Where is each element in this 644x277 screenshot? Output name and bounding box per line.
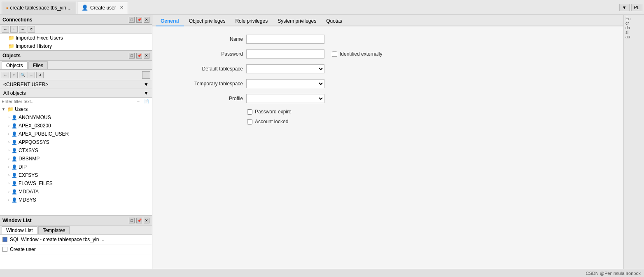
mddata-item[interactable]: › 👤 MDDATA	[0, 188, 152, 196]
tab-dropdown-button[interactable]: ▼	[619, 4, 630, 11]
password-expire-checkbox[interactable]	[247, 109, 252, 115]
wl-pin-btn[interactable]: 📌	[136, 218, 142, 223]
mddata-label: MDDATA	[19, 189, 39, 195]
dbsnmp-item[interactable]: › 👤 DBSNMP	[0, 155, 152, 163]
create-user-tab[interactable]: 👤 Create user ✕	[77, 2, 128, 14]
hint-line-5: au	[625, 35, 642, 39]
objects-toolbar: ← + 🔍 → ↺	[0, 70, 152, 80]
user-icon-dbs: 👤	[12, 156, 17, 162]
content-tabs: General Object privileges Role privilege…	[152, 15, 623, 26]
appqossys-label: APPQOSSYS	[19, 139, 49, 145]
filter-options-btn[interactable]: ···	[136, 99, 142, 104]
objects-close-btn[interactable]: ✕	[144, 53, 149, 59]
dip-item[interactable]: › 👤 DIP	[0, 163, 152, 171]
password-input[interactable]	[246, 49, 324, 59]
tab-general[interactable]: General	[156, 16, 184, 26]
connections-panel: Connections □ 📌 ✕ ← + – ↺ 📁 Imported Fix…	[0, 15, 152, 51]
apex-public-user-item[interactable]: › 👤 APEX_PUBLIC_USER	[0, 130, 152, 138]
user-icon-mdd: 👤	[12, 189, 17, 195]
tab-window-list[interactable]: Window List	[2, 226, 37, 234]
expand-arrow-apex: ›	[8, 124, 9, 128]
temporary-tablespace-label: Temporary tablespace	[169, 81, 243, 87]
imported-fixed-users-label: Imported Fixed Users	[16, 35, 63, 41]
obj-search-btn[interactable]: 🔍	[19, 72, 26, 78]
users-folder-item[interactable]: ▼ 📁 Users	[0, 105, 152, 113]
filter-clear-btn[interactable]: 📄	[143, 99, 150, 104]
identified-externally-checkbox[interactable]	[332, 52, 337, 57]
tab-system-privileges[interactable]: System privileges	[273, 16, 321, 26]
user-icon-anon: 👤	[12, 115, 17, 120]
bottom-bar-text: CSDN @Peninsula Ironbox	[586, 271, 641, 276]
left-panel: Connections □ 📌 ✕ ← + – ↺ 📁 Imported Fix…	[0, 15, 152, 269]
tab-object-privileges[interactable]: Object privileges	[184, 16, 231, 26]
wl-close-btn[interactable]: ✕	[144, 218, 149, 223]
tab-role-privileges[interactable]: Role privileges	[230, 16, 273, 26]
account-locked-checkbox[interactable]	[247, 119, 252, 124]
wl-sql-window-item[interactable]: SQL Window - create tablespace tbs_yin .…	[0, 235, 152, 244]
appqossys-item[interactable]: › 👤 APPQOSSYS	[0, 138, 152, 146]
objects-header: Objects □ 📌 ✕	[0, 51, 152, 61]
window-list-panel: Window List □ 📌 ✕ Window List Templates …	[0, 215, 152, 269]
mdsys-label: MDSYS	[19, 197, 36, 203]
ctxsys-label: CTXSYS	[19, 148, 38, 153]
sql-tab-icon: ▪	[6, 5, 8, 11]
current-user-bar[interactable]: <CURRENT USER> ▼	[0, 80, 152, 89]
connections-pin-btn[interactable]: 📌	[136, 17, 142, 23]
profile-select[interactable]	[246, 94, 324, 103]
exfsys-item[interactable]: › 👤 EXFSYS	[0, 171, 152, 179]
apex030200-item[interactable]: › 👤 APEX_030200	[0, 122, 152, 130]
anonymous-label: ANONYMOUS	[19, 115, 51, 120]
all-objects-chevron: ▼	[144, 90, 149, 96]
hint-line-2: cr	[625, 21, 642, 26]
default-tablespace-row: Default tablespace	[169, 64, 607, 73]
tab-templates[interactable]: Templates	[38, 226, 70, 234]
expand-arrow-anon: ›	[8, 115, 9, 120]
tab-quotas[interactable]: Quotas	[321, 16, 347, 26]
pl-button[interactable]: PL	[631, 4, 642, 11]
imported-history-item[interactable]: 📁 Imported History	[0, 42, 152, 50]
hint-line-4: si	[625, 30, 642, 35]
imported-fixed-users-item[interactable]: 📁 Imported Fixed Users	[0, 34, 152, 42]
obj-view-btn[interactable]	[142, 71, 150, 79]
current-user-label: <CURRENT USER>	[3, 82, 48, 87]
obj-add-btn[interactable]: +	[10, 72, 18, 78]
obj-nav-btn[interactable]: →	[28, 72, 35, 78]
mdsys-item[interactable]: › 👤 MDSYS	[0, 196, 152, 204]
connections-close-btn[interactable]: ✕	[144, 17, 149, 23]
conn-minus-btn[interactable]: –	[19, 26, 26, 33]
connections-minimize-btn[interactable]: □	[129, 17, 135, 23]
obj-refresh-btn[interactable]: ↺	[36, 72, 44, 78]
objects-pin-btn[interactable]: 📌	[136, 53, 142, 59]
name-input[interactable]	[246, 35, 324, 44]
tab-bar: ▪ create tablespace tbs_yin ... 👤 Create…	[0, 0, 644, 15]
sql-window-tab[interactable]: ▪ create tablespace tbs_yin ...	[2, 2, 76, 14]
wl-minimize-btn[interactable]: □	[129, 218, 135, 223]
expand-arrow-dbs: ›	[8, 157, 9, 161]
connections-title: Connections	[2, 17, 127, 23]
objects-minimize-btn[interactable]: □	[129, 53, 135, 59]
conn-add-btn[interactable]: +	[10, 26, 18, 33]
wl-create-user-label: Create user	[10, 246, 36, 252]
obj-back-btn[interactable]: ←	[2, 72, 9, 78]
tab-files[interactable]: Files	[28, 61, 48, 69]
user-icon-mds: 👤	[12, 197, 17, 203]
close-tab-button[interactable]: ✕	[120, 5, 124, 10]
temporary-tablespace-select[interactable]	[246, 79, 324, 88]
flows-files-label: FLOWS_FILES	[19, 181, 53, 186]
expand-arrow-apexpu: ›	[8, 132, 9, 136]
objects-tree: ▼ 📁 Users › 👤 ANONYMOUS › 👤 APEX_030200 …	[0, 105, 152, 215]
conn-back-btn[interactable]: ←	[2, 26, 9, 33]
profile-row: Profile	[169, 94, 607, 103]
all-objects-bar[interactable]: All objects ▼	[0, 89, 152, 98]
conn-refresh-btn[interactable]: ↺	[28, 26, 35, 33]
wl-create-user-item[interactable]: Create user	[0, 244, 152, 254]
tab-objects[interactable]: Objects	[2, 61, 28, 69]
password-row: Password Identified externally	[169, 49, 607, 59]
filter-input[interactable]	[2, 99, 135, 104]
default-tablespace-select[interactable]	[246, 64, 324, 73]
main-layout: Connections □ 📌 ✕ ← + – ↺ 📁 Imported Fix…	[0, 15, 644, 269]
flows-files-item[interactable]: › 👤 FLOWS_FILES	[0, 179, 152, 188]
ctxsys-item[interactable]: › 👤 CTXSYS	[0, 146, 152, 155]
anonymous-item[interactable]: › 👤 ANONYMOUS	[0, 113, 152, 122]
users-folder-label: Users	[15, 106, 28, 112]
